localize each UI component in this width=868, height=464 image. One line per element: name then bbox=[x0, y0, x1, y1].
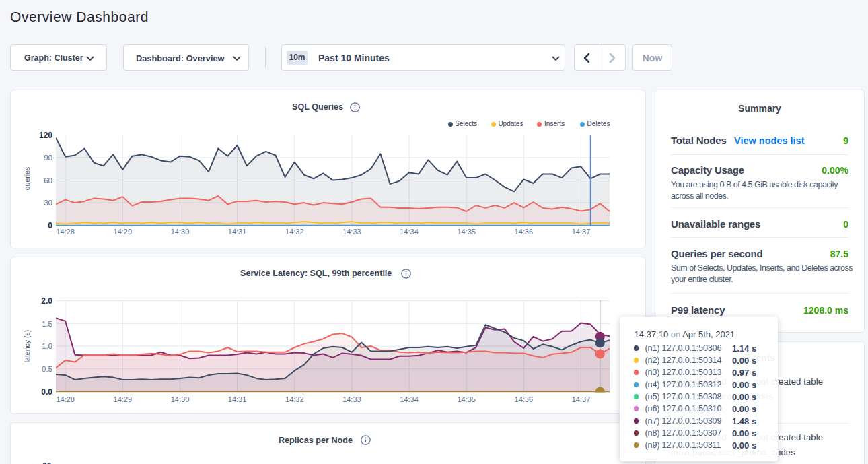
svg-text:14:36: 14:36 bbox=[515, 228, 534, 236]
svg-text:0.0: 0.0 bbox=[41, 387, 52, 396]
svg-text:queries: queries bbox=[23, 166, 31, 189]
svg-text:14:34: 14:34 bbox=[400, 395, 419, 403]
svg-text:14:30: 14:30 bbox=[171, 228, 190, 236]
svg-text:30: 30 bbox=[44, 199, 52, 207]
svg-text:14:31: 14:31 bbox=[228, 228, 247, 236]
svg-text:14:29: 14:29 bbox=[114, 395, 133, 403]
svg-text:14:35: 14:35 bbox=[457, 228, 476, 236]
svg-text:0: 0 bbox=[48, 220, 52, 230]
svg-text:90: 90 bbox=[44, 154, 52, 162]
svg-text:14:33: 14:33 bbox=[342, 395, 361, 403]
svg-text:14:37: 14:37 bbox=[572, 395, 591, 403]
svg-text:14:36: 14:36 bbox=[515, 395, 534, 403]
svg-text:120: 120 bbox=[39, 130, 52, 139]
svg-text:1.5: 1.5 bbox=[42, 319, 52, 327]
svg-text:14:35: 14:35 bbox=[457, 395, 476, 403]
svg-text:14:33: 14:33 bbox=[342, 228, 361, 236]
svg-text:14:32: 14:32 bbox=[285, 395, 304, 403]
svg-text:0.5: 0.5 bbox=[42, 364, 52, 372]
svg-text:14:37: 14:37 bbox=[572, 228, 591, 236]
svg-text:14:29: 14:29 bbox=[114, 228, 133, 236]
svg-text:14:31: 14:31 bbox=[228, 395, 247, 403]
svg-text:1.0: 1.0 bbox=[42, 342, 52, 350]
svg-text:14:30: 14:30 bbox=[171, 395, 190, 403]
svg-text:14:28: 14:28 bbox=[56, 228, 75, 236]
svg-text:14:32: 14:32 bbox=[285, 228, 304, 236]
svg-text:14:28: 14:28 bbox=[56, 395, 75, 403]
svg-text:60: 60 bbox=[44, 176, 52, 184]
svg-text:2.0: 2.0 bbox=[41, 296, 52, 305]
svg-text:latency (s): latency (s) bbox=[23, 329, 31, 362]
svg-text:14:34: 14:34 bbox=[400, 228, 419, 236]
